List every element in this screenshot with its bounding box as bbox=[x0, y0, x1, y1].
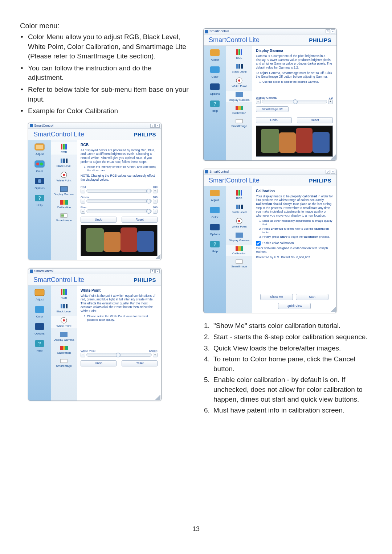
minus-icon[interactable]: − bbox=[256, 99, 261, 104]
svg-rect-20 bbox=[63, 200, 65, 205]
sub-smartimage[interactable]: SmartImage bbox=[226, 258, 252, 269]
sub-calibration[interactable]: Calibration bbox=[51, 344, 77, 355]
sub-display-gamma[interactable]: Display Gamma bbox=[226, 91, 252, 102]
close-icon[interactable]: × bbox=[331, 29, 335, 33]
nav-color[interactable]: Color bbox=[204, 203, 226, 220]
reset-button[interactable]: Reset bbox=[122, 217, 158, 223]
resize-grip-icon[interactable] bbox=[155, 395, 160, 400]
sub-calibration[interactable]: Calibration bbox=[226, 104, 252, 115]
nav-options[interactable]: Options bbox=[204, 220, 226, 237]
close-icon[interactable]: × bbox=[155, 269, 160, 273]
nav-color[interactable]: Color bbox=[28, 303, 51, 320]
sub-display-gamma[interactable]: Display Gamma bbox=[226, 231, 252, 243]
num-3: 3.Quick View loads the before/after imag… bbox=[213, 344, 372, 353]
gamma-slider[interactable]: −+ bbox=[256, 99, 333, 104]
nav-adjust[interactable]: Adjust bbox=[28, 140, 51, 157]
sub-white-point[interactable]: White Point bbox=[51, 316, 77, 328]
reset-button[interactable]: Reset bbox=[297, 117, 333, 123]
green-label: Green bbox=[81, 196, 89, 199]
reset-button[interactable]: Reset bbox=[122, 360, 158, 366]
svg-rect-52 bbox=[241, 64, 243, 69]
enable-calibration-checkbox[interactable]: Enable color calibration bbox=[256, 241, 333, 246]
nav-help[interactable]: ?Help bbox=[204, 237, 226, 254]
nav-adjust[interactable]: Adjust bbox=[28, 286, 51, 303]
help-icon[interactable]: ? bbox=[326, 170, 330, 174]
nav-options[interactable]: Options bbox=[28, 320, 51, 337]
resize-grip-icon[interactable] bbox=[155, 254, 160, 259]
calib-step3: Finally, press Start to begin the calibr… bbox=[262, 235, 333, 239]
svg-rect-25 bbox=[35, 306, 44, 313]
sub-display-gamma[interactable]: Display Gamma bbox=[51, 185, 77, 197]
svg-rect-60 bbox=[210, 190, 220, 196]
sub-black-level[interactable]: Black Level bbox=[51, 302, 77, 314]
minus-icon[interactable]: − bbox=[81, 189, 85, 193]
sub-smartimage[interactable]: SmartImage bbox=[51, 357, 77, 368]
product-title: SmartControl Lite bbox=[33, 276, 84, 284]
plus-icon[interactable]: + bbox=[328, 99, 333, 104]
plus-icon[interactable]: + bbox=[153, 209, 158, 214]
svg-rect-66 bbox=[238, 190, 240, 196]
sub-display-gamma[interactable]: Display Gamma bbox=[51, 331, 77, 342]
nav-options[interactable]: Options bbox=[28, 174, 51, 191]
sub-rgb[interactable]: RGB bbox=[226, 48, 252, 60]
nav-adjust[interactable]: Adjust bbox=[204, 186, 226, 203]
start-button[interactable]: Start bbox=[296, 294, 328, 300]
sub-black-level[interactable]: Black Level bbox=[226, 62, 252, 74]
minus-icon[interactable]: − bbox=[81, 353, 85, 357]
red-slider[interactable]: −+ bbox=[81, 189, 158, 193]
close-icon[interactable]: × bbox=[331, 170, 335, 174]
sub-white-point[interactable]: White Point bbox=[226, 76, 252, 89]
blue-slider[interactable]: −+ bbox=[81, 209, 158, 214]
sub-white-point[interactable]: White Point bbox=[51, 171, 77, 183]
quick-view-button[interactable]: Quick View bbox=[278, 303, 311, 309]
sub-smartimage[interactable]: SmartImage bbox=[226, 118, 252, 128]
sub-rgb[interactable]: RGB bbox=[51, 142, 77, 155]
help-icon[interactable]: ? bbox=[150, 269, 155, 273]
svg-rect-65 bbox=[236, 190, 238, 196]
wp-desc: White Point is the point at which equal … bbox=[81, 294, 158, 313]
nav-color[interactable]: Color bbox=[28, 157, 51, 174]
rgb-step1: Adjust the intensity of the Red, Green, … bbox=[87, 165, 158, 172]
nav-options[interactable]: Options bbox=[204, 80, 226, 97]
gamma-value: 2.2 bbox=[329, 96, 333, 99]
svg-rect-48 bbox=[238, 49, 240, 55]
numbered-instructions: 1."Show Me" starts color calibration tut… bbox=[203, 321, 372, 415]
page-number: 13 bbox=[0, 525, 392, 533]
sub-calibration[interactable]: Calibration bbox=[51, 199, 77, 210]
sub-smartimage[interactable]: SmartImage bbox=[51, 212, 77, 223]
nav-help[interactable]: ?Help bbox=[204, 97, 226, 114]
svg-rect-32 bbox=[61, 304, 62, 308]
sub-calibration[interactable]: Calibration bbox=[226, 245, 252, 256]
sub-rgb[interactable]: RGB bbox=[51, 288, 77, 300]
undo-button[interactable]: Undo bbox=[81, 217, 117, 223]
nav-help[interactable]: ?Help bbox=[28, 337, 51, 354]
plus-icon[interactable]: + bbox=[153, 353, 158, 357]
sub-rgb[interactable]: RGB bbox=[226, 188, 252, 201]
green-slider[interactable]: −+ bbox=[81, 199, 158, 204]
smartimage-off-button[interactable]: SmartImage Off bbox=[256, 106, 289, 112]
svg-rect-68 bbox=[236, 205, 238, 209]
philips-logo: PHILIPS bbox=[134, 277, 156, 283]
undo-button[interactable]: Undo bbox=[256, 117, 292, 123]
whitepoint-slider[interactable]: −+ bbox=[81, 353, 158, 357]
sub-black-level[interactable]: Black Level bbox=[51, 157, 77, 168]
sub-white-point[interactable]: White Point bbox=[226, 217, 252, 229]
svg-point-72 bbox=[238, 220, 240, 222]
resize-grip-icon[interactable] bbox=[331, 155, 336, 160]
help-icon[interactable]: ? bbox=[150, 124, 155, 128]
svg-text:?: ? bbox=[213, 241, 217, 247]
plus-icon[interactable]: + bbox=[153, 199, 158, 204]
close-icon[interactable]: × bbox=[155, 124, 160, 128]
help-icon[interactable]: ? bbox=[326, 29, 330, 33]
show-me-button[interactable]: Show Me bbox=[260, 294, 293, 300]
plus-icon[interactable]: + bbox=[153, 189, 158, 193]
nav-help[interactable]: ?Help bbox=[28, 191, 51, 208]
minus-icon[interactable]: − bbox=[81, 209, 85, 214]
nav-color[interactable]: Color bbox=[204, 63, 226, 80]
nav-adjust[interactable]: Adjust bbox=[204, 46, 226, 63]
resize-grip-icon[interactable] bbox=[331, 307, 336, 312]
sub-black-level[interactable]: Black Level bbox=[226, 203, 252, 214]
undo-button[interactable]: Undo bbox=[81, 360, 117, 366]
minus-icon[interactable]: − bbox=[81, 199, 85, 204]
svg-rect-57 bbox=[238, 106, 241, 110]
